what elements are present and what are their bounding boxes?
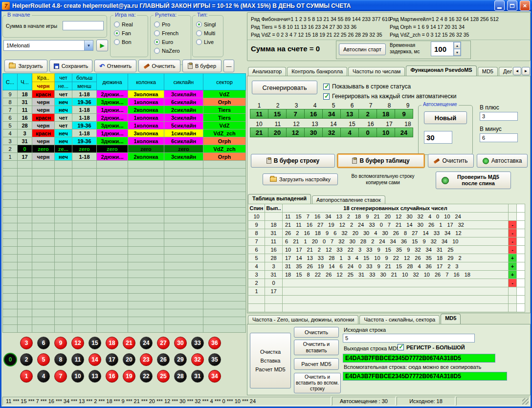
board-number-4[interactable]: 4 <box>37 370 50 383</box>
radio-option-real[interactable]: Real <box>114 21 148 27</box>
radio-icon[interactable] <box>154 39 160 45</box>
copy-buffer-button[interactable]: В буфер <box>182 60 222 72</box>
md5-aux-field[interactable]: E4DA3B7FBBCE2345D7772B0674A318D5 <box>343 372 507 381</box>
radio-icon[interactable] <box>114 30 120 36</box>
board-number-33[interactable]: 33 <box>191 337 204 349</box>
radio-icon[interactable] <box>154 48 160 54</box>
radio-icon[interactable] <box>114 21 120 27</box>
board-number-26[interactable]: 26 <box>157 353 170 366</box>
board-number-25[interactable]: 25 <box>157 370 170 383</box>
main-tab-3[interactable]: Функционал PsevdoMS <box>406 65 476 76</box>
board-number-1[interactable]: 1 <box>20 370 33 383</box>
radio-icon[interactable] <box>196 21 202 27</box>
board-number-31[interactable]: 31 <box>191 370 204 383</box>
board-number-15[interactable]: 15 <box>89 337 101 349</box>
md5-clear-paste-button[interactable]: Очистить и вставить <box>294 340 339 355</box>
md5-source-input[interactable] <box>343 334 475 343</box>
collapse-button[interactable]: — <box>223 60 234 72</box>
restore-button[interactable] <box>507 0 517 11</box>
profile-combobox[interactable]: 1Melonati ▼ <box>3 40 93 51</box>
undo-button[interactable]: ↶ Отменить <box>94 60 136 72</box>
board-number-11[interactable]: 11 <box>71 353 84 366</box>
board-number-10[interactable]: 10 <box>71 370 84 383</box>
radio-option-nazero[interactable]: NaZero <box>154 48 191 54</box>
start-play-button[interactable]: ▶ <box>96 40 108 51</box>
md5-output-field[interactable]: E4DA3B7FBBCE2345D7772B0674A318D5 <box>343 354 495 363</box>
chevron-down-icon[interactable]: ▼ <box>84 41 93 50</box>
board-number-7[interactable]: 7 <box>54 370 67 383</box>
md5-case-checkbox[interactable]: РЕГИСТР - БОЛЬШОЙ <box>398 344 465 350</box>
auto-generate-checkbox[interactable]: Генерировать на каждый спин автоматическ… <box>323 93 456 100</box>
board-number-14[interactable]: 14 <box>89 353 101 366</box>
new-button[interactable]: Новый <box>424 111 467 124</box>
board-number-20[interactable]: 20 <box>123 353 135 366</box>
board-number-8[interactable]: 8 <box>54 353 67 366</box>
board-number-35[interactable]: 35 <box>208 353 221 366</box>
start-sum-input[interactable] <box>63 21 104 30</box>
md5-clear-button[interactable]: Очистить <box>294 327 339 338</box>
board-number-32[interactable]: 32 <box>191 353 204 366</box>
radio-option-fan[interactable]: Fan <box>114 30 148 36</box>
board-number-27[interactable]: 27 <box>157 337 170 349</box>
radio-option-bon[interactable]: Bon <box>114 39 148 45</box>
main-tab-4[interactable]: MD5 <box>478 67 498 76</box>
main-tab-5[interactable]: Деление ко <box>499 67 512 76</box>
md5-clear-paste-aux-button[interactable]: Очистить и вставить во вспом. строку <box>294 373 341 393</box>
close-button[interactable]: × <box>520 0 530 11</box>
plus-input[interactable] <box>480 112 518 121</box>
main-tab-1[interactable]: Контроль банкролла <box>287 67 347 76</box>
radio-option-singl[interactable]: Singl <box>196 21 223 27</box>
sub-tab-0[interactable]: Таблица выпадений <box>248 194 311 205</box>
board-number-21[interactable]: 21 <box>123 337 135 349</box>
md5-calc-button[interactable]: Расчет MD5 <box>294 358 339 370</box>
board-number-22[interactable]: 22 <box>140 370 153 383</box>
scrollbar-track[interactable] <box>517 204 525 213</box>
board-number-6[interactable]: 6 <box>37 337 50 349</box>
delay-spinner[interactable]: 100 ▲ ▼ <box>431 42 461 56</box>
checkbox-icon[interactable] <box>398 344 404 350</box>
board-number-28[interactable]: 28 <box>174 370 187 383</box>
board-number-24[interactable]: 24 <box>140 337 153 349</box>
freq-tab-2[interactable]: MD5 <box>441 314 461 324</box>
board-number-19[interactable]: 19 <box>123 370 135 383</box>
board-number-16[interactable]: 16 <box>106 370 118 383</box>
resize-grip[interactable] <box>522 398 529 405</box>
board-number-5[interactable]: 5 <box>37 353 50 366</box>
checkbox-icon[interactable] <box>323 84 330 90</box>
radio-option-live[interactable]: Live <box>196 39 223 45</box>
spinner-down-icon[interactable]: ▼ <box>454 49 461 56</box>
autospin-start-button[interactable]: Автоспин старт <box>339 43 386 55</box>
radio-option-french[interactable]: French <box>154 30 191 36</box>
board-number-3[interactable]: 3 <box>20 337 33 349</box>
radio-icon[interactable] <box>196 30 202 36</box>
checkbox-icon[interactable] <box>323 93 330 100</box>
radio-icon[interactable] <box>154 21 160 27</box>
board-number-29[interactable]: 29 <box>174 353 187 366</box>
clear-gen-button[interactable]: Очистить <box>428 154 474 168</box>
board-number-36[interactable]: 36 <box>208 337 221 349</box>
board-number-13[interactable]: 13 <box>89 370 101 383</box>
md5-big-button[interactable]: Очистка Вставка Расчет MD5 <box>250 333 291 388</box>
board-number-12[interactable]: 12 <box>71 337 84 349</box>
board-number-23[interactable]: 23 <box>140 353 153 366</box>
freq-tab-0[interactable]: Частота - Zero, шансы, дюжины, колонки <box>248 315 358 324</box>
spinner-up-icon[interactable]: ▲ <box>454 42 461 49</box>
board-number-0[interactable]: 0 <box>3 353 17 366</box>
show-status-checkbox[interactable]: Показывать в строке статуса <box>323 83 411 90</box>
tab-scroll-right-button[interactable]: ► <box>522 67 530 75</box>
tab-scroll-left-button[interactable]: ◄ <box>513 67 521 75</box>
minus-input[interactable] <box>480 133 518 142</box>
generate-button[interactable]: Сгенерировать <box>252 81 317 94</box>
clear-history-button[interactable]: Очистить <box>138 60 180 72</box>
save-button[interactable]: Сохранить <box>49 60 92 72</box>
load-settings-button[interactable]: Загрузить настройку <box>263 173 338 185</box>
radio-icon[interactable] <box>114 39 120 45</box>
radio-icon[interactable] <box>154 30 160 36</box>
check-md5-button[interactable]: Проверить МД5 после спина <box>436 172 511 189</box>
copy-table-button[interactable]: В буфер таблицу <box>337 153 425 168</box>
radio-option-multi[interactable]: Multi <box>196 30 223 36</box>
autoshift-input[interactable] <box>424 131 452 144</box>
main-tab-2[interactable]: Частоты по числам <box>348 67 405 76</box>
minimize-button[interactable] <box>494 0 505 11</box>
board-number-18[interactable]: 18 <box>106 337 118 349</box>
